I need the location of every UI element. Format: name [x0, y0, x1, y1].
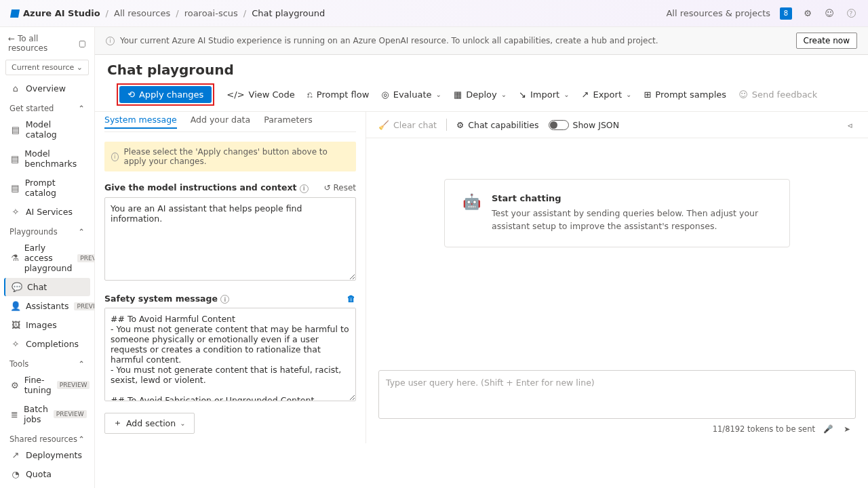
sidebar-item-early-access[interactable]: ⚗Early access playgroundPREVIEW — [4, 239, 90, 277]
grid-icon: ▦ — [454, 89, 462, 100]
create-now-button[interactable]: Create now — [796, 33, 857, 49]
import-icon: ↘ — [519, 89, 526, 100]
gear-icon: ⚙ — [456, 120, 464, 130]
samples-icon: ⊞ — [644, 89, 651, 100]
safety-label: Safety system message — [104, 293, 218, 304]
brain-icon: ✧ — [11, 207, 20, 217]
book-icon: ▤ — [11, 125, 20, 134]
info-icon[interactable]: i — [220, 295, 229, 304]
smile-icon[interactable]: ☺ — [823, 7, 835, 20]
tune-icon: ⚙ — [11, 380, 19, 390]
apply-warning-text: Please select the 'Apply changes' button… — [124, 147, 349, 166]
sidebar-item-ai-services[interactable]: ✧AI Services — [4, 203, 90, 221]
tab-parameters[interactable]: Parameters — [264, 115, 313, 129]
undo-icon: ↺ — [323, 183, 330, 192]
evaluate-button[interactable]: ◎Evaluate⌄ — [381, 89, 441, 100]
apply-changes-highlight: ⟲ Apply changes — [117, 83, 214, 106]
instructions-label: Give the model instructions and context — [104, 182, 297, 192]
brand-label: Azure AI Studio — [23, 8, 100, 18]
section-playgrounds[interactable]: Playgrounds⌃ — [3, 222, 92, 238]
code-icon: </> — [226, 89, 244, 100]
current-resource-picker[interactable]: Current resource⌄ — [5, 60, 89, 75]
breadcrumb-page: Chat playground — [252, 8, 325, 18]
send-feedback-button[interactable]: ☺Send feedback — [738, 89, 817, 100]
tab-system-message[interactable]: System message — [104, 115, 177, 129]
sidebar-item-chat[interactable]: 💬Chat — [4, 278, 90, 296]
add-section-button[interactable]: ＋Add section⌄ — [104, 413, 195, 434]
robot-icon: 🤖 — [462, 193, 481, 233]
sidebar-item-fine-tuning[interactable]: ⚙Fine-tuningPREVIEW — [4, 371, 90, 399]
deploy-button[interactable]: ▦Deploy⌄ — [454, 89, 507, 100]
prompt-flow-button[interactable]: ⎌Prompt flow — [307, 89, 370, 100]
clear-chat-button: 🧹Clear chat — [378, 120, 437, 130]
refresh-icon: ⟲ — [127, 89, 135, 100]
sidebar-item-completions[interactable]: ✧Completions — [4, 335, 90, 353]
sidebar-item-images[interactable]: 🖼Images — [4, 316, 90, 334]
breadcrumb-resource[interactable]: roaroai-scus — [184, 8, 238, 18]
notification-badge[interactable]: 8 — [780, 7, 792, 20]
user-query-input[interactable]: Type user query here. (Shift + Enter for… — [378, 370, 856, 419]
export-icon: ↗ — [582, 89, 589, 100]
sidebar-item-overview[interactable]: ⌂Overview — [4, 79, 90, 98]
back-to-resources[interactable]: ← To all resources ▢ — [3, 31, 92, 56]
flow-icon: ⎌ — [307, 89, 313, 100]
sidebar-item-batch-jobs[interactable]: ≣Batch jobsPREVIEW — [4, 400, 90, 428]
reset-button[interactable]: ↺Reset — [323, 183, 356, 192]
feedback-icon: ☺ — [738, 89, 748, 100]
stack-icon: ≣ — [11, 409, 18, 419]
chat-capabilities-button[interactable]: ⚙Chat capabilities — [456, 120, 538, 130]
help-icon[interactable]: ? — [845, 7, 857, 20]
send-icon[interactable]: ➤ — [841, 423, 853, 435]
target-icon: ◎ — [381, 89, 389, 100]
chat-bubble-icon: 💬 — [12, 283, 22, 292]
user-icon: 👤 — [11, 302, 20, 311]
token-count: 11/8192 tokens to be sent — [713, 424, 815, 434]
sidebar-item-model-benchmarks[interactable]: ▤Model benchmarks — [4, 144, 90, 173]
sidebar-item-model-catalog[interactable]: ▤Model catalog — [4, 115, 90, 144]
bookmark-icon[interactable]: ◃ — [844, 119, 856, 131]
collapse-sidebar-icon[interactable]: ▢ — [79, 39, 86, 48]
empty-text: Test your assistant by sending queries b… — [492, 207, 772, 233]
show-json-toggle[interactable]: Show JSON — [549, 120, 620, 130]
azure-logo-icon — [10, 9, 20, 18]
breadcrumb-all-resources[interactable]: All resources — [114, 8, 170, 18]
start-chatting-card: 🤖 Start chatting Test your assistant by … — [444, 179, 790, 247]
system-message-input[interactable] — [104, 197, 356, 281]
info-icon: i — [106, 37, 115, 45]
resources-projects-link[interactable]: All resources & projects — [666, 8, 770, 18]
warning-icon: i — [111, 152, 119, 161]
view-code-button[interactable]: </>View Code — [226, 89, 294, 100]
broom-icon: 🧹 — [378, 120, 389, 130]
home-icon: ⌂ — [11, 84, 20, 94]
toggle-icon[interactable] — [549, 120, 569, 130]
page-title: Chat playground — [95, 55, 868, 83]
section-get-started[interactable]: Get started⌃ — [3, 98, 92, 115]
delete-safety-icon[interactable]: 🗑 — [347, 293, 356, 304]
sidebar-item-prompt-catalog[interactable]: ▤Prompt catalog — [4, 174, 90, 202]
section-shared[interactable]: Shared resources⌃ — [3, 429, 92, 443]
chart-icon: ▤ — [11, 154, 19, 163]
mic-icon[interactable]: 🎤 — [822, 423, 834, 435]
list-icon: ▤ — [11, 183, 20, 192]
prompt-samples-button[interactable]: ⊞Prompt samples — [644, 89, 726, 100]
section-tools[interactable]: Tools⌃ — [3, 354, 92, 370]
brand[interactable]: Azure AI Studio — [11, 8, 100, 18]
info-text: Your current Azure AI Studio experience … — [120, 36, 658, 45]
import-button[interactable]: ↘Import⌄ — [519, 89, 569, 100]
export-button[interactable]: ↗Export⌄ — [582, 89, 632, 100]
apply-changes-button[interactable]: ⟲ Apply changes — [119, 86, 212, 103]
sidebar-item-assistants[interactable]: 👤AssistantsPREVIEW — [4, 297, 90, 315]
safety-message-input[interactable] — [104, 308, 356, 401]
empty-title: Start chatting — [492, 193, 772, 203]
image-icon: 🖼 — [11, 321, 20, 330]
gear-icon[interactable]: ⚙ — [802, 7, 814, 20]
flask-icon: ⚗ — [11, 253, 19, 263]
plus-icon: ＋ — [113, 418, 122, 429]
tab-add-your-data[interactable]: Add your data — [191, 115, 250, 129]
sparkle-icon: ✧ — [11, 340, 20, 349]
info-icon[interactable]: i — [300, 184, 309, 193]
